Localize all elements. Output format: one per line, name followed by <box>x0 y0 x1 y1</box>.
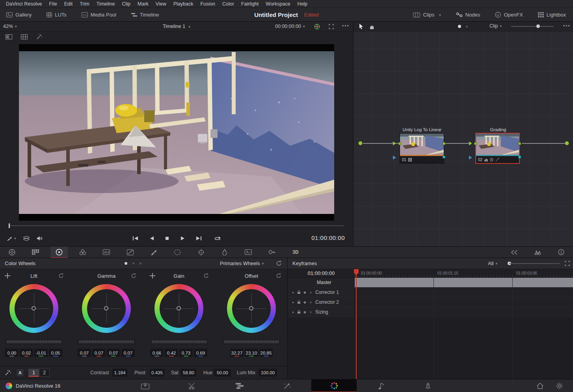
rgb-mixer-palette-icon[interactable] <box>74 247 91 258</box>
gamma-wheel-indicator[interactable] <box>104 306 108 310</box>
contrast-value[interactable]: 1.184 <box>112 369 127 377</box>
gamma-color-wheel[interactable] <box>82 284 131 333</box>
corrector1-lock-icon[interactable] <box>296 290 302 294</box>
selection-cursor-icon[interactable] <box>358 23 364 30</box>
gain-color-wheel[interactable] <box>154 284 203 333</box>
gamma-y-value[interactable]: 0.07 <box>78 349 91 357</box>
corrector1-expand-chevron[interactable]: › <box>308 290 314 295</box>
offset-wheel-indicator[interactable] <box>249 306 253 310</box>
play-reverse-button[interactable] <box>149 236 155 241</box>
wheels-reset-all-icon[interactable] <box>276 260 282 266</box>
keyframe-track-corrector2[interactable]: ● ◆ › Corrector 2 <box>288 297 573 307</box>
menu-color[interactable]: Color <box>219 1 238 7</box>
luts-button[interactable]: LUTs <box>44 8 69 22</box>
wheels-tab-1[interactable]: 1 <box>28 369 39 377</box>
lift-r-value[interactable]: 0.02 <box>20 349 33 357</box>
menu-fairlight[interactable]: Fairlight <box>238 1 262 7</box>
node-page-dot-1[interactable] <box>458 25 461 28</box>
lift-color-wheel[interactable] <box>9 284 58 333</box>
keyframe-track-master[interactable]: Master <box>288 278 573 288</box>
node2-rgb-input-port[interactable] <box>474 142 477 145</box>
wheels-mode-selector[interactable]: Primaries Wheels ▾ <box>220 260 264 266</box>
gain-b-value[interactable]: 0.69 <box>194 349 207 357</box>
gamma-reset-icon[interactable] <box>131 273 136 279</box>
keyframe-track-sizing[interactable]: ● ◆ › Sizing <box>288 307 573 317</box>
corrector2-expand-chevron[interactable]: › <box>308 299 314 305</box>
magic-mask-palette-icon[interactable] <box>216 247 233 258</box>
sizing-expand-chevron[interactable]: › <box>308 309 314 315</box>
menu-fusion[interactable]: Fusion <box>197 1 219 7</box>
keyframes-expand-icon[interactable] <box>565 261 570 266</box>
node2-rgb-output-port[interactable] <box>518 142 521 145</box>
sizing-track-lane[interactable] <box>355 307 573 317</box>
menu-mark[interactable]: Mark <box>134 1 152 7</box>
node2-key-output-port[interactable] <box>518 156 521 158</box>
sizing-keyframe-diamond-icon[interactable]: ◆ <box>302 310 308 314</box>
clips-button[interactable]: Clips ▾ <box>411 8 443 22</box>
gain-reset-icon[interactable] <box>203 273 209 279</box>
qualifier-palette-icon[interactable] <box>145 247 162 258</box>
wheel-page-a-badge[interactable]: A <box>17 369 24 376</box>
tracker-palette-icon[interactable] <box>192 247 210 258</box>
keyframes-zoom-slider[interactable] <box>509 263 560 264</box>
master-track-lane[interactable] <box>355 278 573 287</box>
curves-palette-icon[interactable] <box>121 247 139 258</box>
node1-rgb-output-port[interactable] <box>443 142 445 145</box>
corrector1-keyframe-diamond-icon[interactable]: ◆ <box>302 290 308 294</box>
offset-color-wheel[interactable] <box>227 284 276 333</box>
corrector2-keyframe-diamond-icon[interactable]: ◆ <box>302 300 308 304</box>
sizing-3d-palette-icon[interactable]: 3D <box>287 247 304 258</box>
deliver-page-button[interactable] <box>419 379 437 392</box>
color-page-tab-active[interactable] <box>311 379 357 392</box>
project-settings-gear-button[interactable] <box>550 379 568 392</box>
sizing-lock-icon[interactable] <box>296 310 302 314</box>
sat-value[interactable]: 58.80 <box>181 369 196 377</box>
grid-view-icon[interactable] <box>21 34 28 39</box>
color-match-palette-icon[interactable] <box>27 247 44 258</box>
bypass-grades-icon[interactable] <box>506 247 523 258</box>
keyframes-playhead[interactable] <box>356 269 357 379</box>
corrector2-lock-icon[interactable] <box>296 300 302 304</box>
viewer-scrub-bar[interactable] <box>9 225 344 226</box>
edit-page-button[interactable] <box>231 379 249 392</box>
offset-b-value[interactable]: 20.85 <box>259 349 273 357</box>
offset-g-value[interactable]: 23.10 <box>245 349 258 357</box>
enhanced-viewer-wand-icon[interactable] <box>36 34 43 40</box>
loop-playback-button[interactable] <box>214 236 221 241</box>
menu-file[interactable]: File <box>45 1 60 7</box>
go-to-start-button[interactable] <box>132 236 139 241</box>
lightbox-button[interactable]: Lightbox <box>536 8 568 22</box>
node1-key-output-port[interactable] <box>443 156 445 158</box>
expand-viewer-icon[interactable] <box>329 24 334 29</box>
color-viewer-icon[interactable] <box>314 24 320 30</box>
corrector2-track-lane[interactable] <box>355 297 573 307</box>
lift-b-value[interactable]: 0.05 <box>49 349 62 357</box>
nodes-button[interactable]: Nodes <box>454 8 483 22</box>
fairlight-page-button[interactable] <box>372 379 390 392</box>
node-tree-output-port[interactable] <box>565 141 569 145</box>
offset-r-value[interactable]: 32.27 <box>230 349 244 357</box>
offset-reset-icon[interactable] <box>276 273 281 279</box>
project-manager-home-button[interactable] <box>531 379 549 392</box>
offset-master-wheel[interactable] <box>223 339 280 344</box>
keyframes-filter-selector[interactable]: All ▾ <box>488 260 497 266</box>
gain-master-wheel[interactable] <box>150 339 208 344</box>
menu-view[interactable]: View <box>152 1 170 7</box>
gamma-r-value[interactable]: 0.07 <box>92 349 106 357</box>
stop-button[interactable] <box>164 236 170 241</box>
cut-page-button[interactable] <box>183 379 201 392</box>
menu-timeline[interactable]: Timeline <box>93 1 119 7</box>
motion-effects-palette-icon[interactable] <box>98 247 115 258</box>
gain-wheel-indicator[interactable] <box>177 306 181 310</box>
scopes-icon[interactable] <box>529 247 546 258</box>
fusion-page-button[interactable] <box>278 379 296 392</box>
sizing-enable-dot-icon[interactable]: ● <box>290 310 296 314</box>
timeline-button[interactable]: Timeline <box>129 8 162 22</box>
menu-playback[interactable]: Playback <box>170 1 197 7</box>
lum-mix-value[interactable]: 100.00 <box>259 369 277 377</box>
key-palette-icon[interactable] <box>263 247 281 258</box>
corrector2-enable-dot-icon[interactable]: ● <box>290 301 296 304</box>
go-to-end-button[interactable] <box>195 236 202 241</box>
gamma-g-value[interactable]: 0.07 <box>107 349 120 357</box>
viewer-scrub-playhead[interactable] <box>9 223 10 228</box>
